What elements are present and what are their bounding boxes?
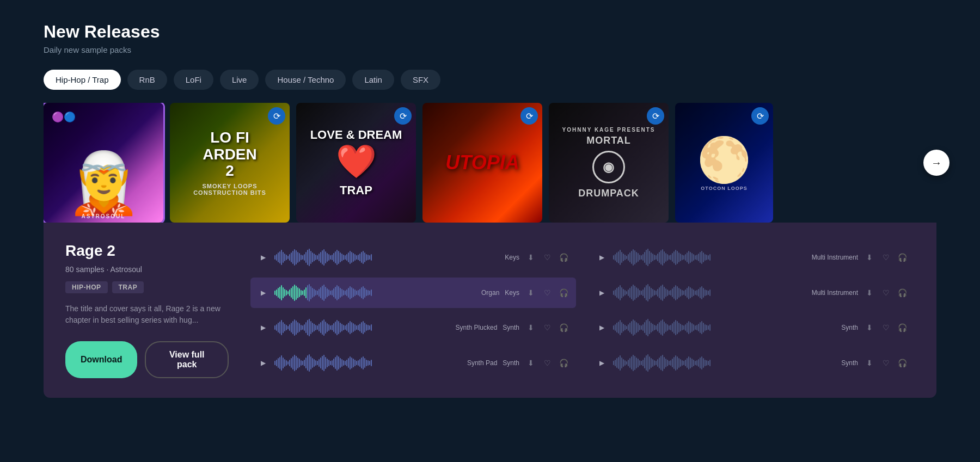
headphone-icon-synth1[interactable]: 🎧 [896,322,908,334]
filter-tab-sfx[interactable]: SFX [401,70,440,90]
headphone-icon-synth2[interactable]: 🎧 [896,357,908,369]
heart-icon-multi1[interactable]: ♡ [880,251,892,263]
album-icon-utopia: ⟳ [520,107,538,125]
headphone-icon-multi1[interactable]: 🎧 [896,251,908,263]
headphone-icon-keys[interactable]: 🎧 [558,251,569,263]
heart-icon-multi2[interactable]: ♡ [880,287,892,299]
track-actions-keys: ⬇ ♡ 🎧 [525,251,569,263]
play-button-organ[interactable]: ▶ [257,287,269,299]
waveform-synth1 [613,318,836,337]
download-button[interactable]: Download [65,341,137,378]
filter-tab-lofi[interactable]: LoFi [174,70,213,90]
play-button-synth1[interactable]: ▶ [596,322,608,334]
album-art-subtext: SMOKEY LOOPSCONSTRUCTION BITS [193,183,266,196]
tag-hip-hop: HIP-HOP [65,281,108,293]
album-brand-otocon: OTOCON LOOPS [697,186,751,191]
action-buttons: Download View full pack [65,341,229,378]
filter-tab-house-techno[interactable]: House / Techno [265,70,346,90]
download-icon-multi2[interactable]: ⬇ [863,287,875,299]
play-button-synth2[interactable]: ▶ [596,357,608,369]
waveform-synth-plucked [274,318,450,337]
download-icon-synth-plucked[interactable]: ⬇ [525,322,537,334]
album-card-mortal[interactable]: YOHNNY KAGE PRESENTS MORTAL ◉ DRUMPACK ⟳ [549,103,669,223]
download-icon-multi1[interactable]: ⬇ [863,251,875,263]
track-row-synth-pad[interactable]: ▶ Synth Pad Synth ⬇ ♡ 🎧 [250,348,576,379]
album-icon-moon: ⟳ [751,107,769,125]
track-label-keys: Keys [505,254,519,261]
heart-icon-synth1[interactable]: ♡ [880,322,892,334]
album-brand-label: ASTROSOUL [82,213,126,219]
pack-tags: HIP-HOP TRAP [65,281,229,293]
decorative-bubbles: 🟣🔵 [52,111,76,123]
headphone-icon-synth-plucked[interactable]: 🎧 [558,322,569,334]
play-button-keys[interactable]: ▶ [257,251,269,263]
track-row-synth-plucked[interactable]: ▶ Synth Plucked Synth ⬇ ♡ 🎧 [250,312,576,343]
album-icon-mortal: ⟳ [647,107,664,125]
track-actions-synth1: ⬇ ♡ 🎧 [863,322,908,334]
track-label-synth2: Synth [841,359,858,367]
heart-icon-synth2[interactable]: ♡ [880,357,892,369]
play-button-multi2[interactable]: ▶ [596,287,608,299]
waveform-multi2 [613,283,806,303]
track-label-organ: Organ Keys [481,289,519,297]
heart-icon-synth-pad[interactable]: ♡ [541,357,553,369]
filter-tab-live[interactable]: Live [220,70,259,90]
tag-trap: TRAP [112,281,144,293]
album-row-wrapper: 🟣🔵 🧝 ASTROSOUL LO FIARDEN2 SMOKEY LOOPSC… [44,103,936,223]
album-icon-lofi: ⟳ [268,107,285,125]
waveform-synth-pad [274,353,462,373]
waveform-multi1 [613,248,806,267]
album-art-text-utopia: UTOPIA [445,151,519,174]
track-label-synth-plucked: Synth Plucked Synth [456,324,519,331]
track-row-multi1[interactable]: ▶ Multi Instrument ⬇ ♡ 🎧 [589,242,915,273]
heart-icon-synth-plucked[interactable]: ♡ [541,322,553,334]
album-card-lofi-arden[interactable]: LO FIARDEN2 SMOKEY LOOPSCONSTRUCTION BIT… [170,103,290,223]
filter-tabs: Hip-Hop / Trap RnB LoFi Live House / Tec… [44,70,936,90]
album-card-utopia[interactable]: UTOPIA ⟳ [422,103,542,223]
play-button-synth-plucked[interactable]: ▶ [257,322,269,334]
download-icon-synth2[interactable]: ⬇ [863,357,875,369]
filter-tab-rnb[interactable]: RnB [127,70,167,90]
download-icon-synth-pad[interactable]: ⬇ [525,357,537,369]
waveform-organ [274,283,476,303]
download-icon-keys[interactable]: ⬇ [525,251,537,263]
heart-icon-keys[interactable]: ♡ [541,251,553,263]
track-row-multi2[interactable]: ▶ Multi Instrument ⬇ ♡ 🎧 [589,278,915,309]
headphone-icon-multi2[interactable]: 🎧 [896,287,908,299]
detail-panel: Rage 2 80 samples · Astrosoul HIP-HOP TR… [44,223,936,398]
album-art-text-lofi: LO FIARDEN2 [193,130,266,180]
waveform-keys [274,248,499,267]
pack-description: The title and cover says it all, Rage 2 … [65,303,229,326]
album-card-moonlight[interactable]: 🌕 OTOCON LOOPS ⟳ [675,103,773,223]
album-art-text-love: LOVE & DREAM ❤️ TRAP [310,128,402,198]
page-subtitle: Daily new sample packs [44,45,936,54]
track-label-synth1: Synth [841,324,858,331]
pack-title: Rage 2 [65,242,229,260]
headphone-icon-synth-pad[interactable]: 🎧 [558,357,569,369]
album-icon-love: ⟳ [394,107,412,125]
download-icon-synth1[interactable]: ⬇ [863,322,875,334]
heart-icon-organ[interactable]: ♡ [541,287,553,299]
track-row-keys[interactable]: ▶ Keys ⬇ ♡ 🎧 [250,242,576,273]
play-button-multi1[interactable]: ▶ [596,251,608,263]
filter-tab-hip-hop-trap[interactable]: Hip-Hop / Trap [44,70,121,90]
tracks-grid: ▶ Keys ⬇ ♡ 🎧 ▶ Multi Instrument ⬇ ♡ 🎧 [250,242,915,378]
track-row-synth2[interactable]: ▶ Synth ⬇ ♡ 🎧 [589,348,915,379]
track-row-organ[interactable]: ▶ Organ Keys ⬇ ♡ 🎧 [250,278,576,309]
download-icon-organ[interactable]: ⬇ [525,287,537,299]
track-actions-organ: ⬇ ♡ 🎧 [525,287,569,299]
track-actions-multi1: ⬇ ♡ 🎧 [863,251,908,263]
album-art-text-mortal: YOHNNY KAGE PRESENTS MORTAL ◉ DRUMPACK [562,127,656,199]
next-arrow-button[interactable]: → [923,150,950,176]
pack-meta: 80 samples · Astrosoul [65,265,229,274]
track-row-synth1[interactable]: ▶ Synth ⬇ ♡ 🎧 [589,312,915,343]
play-button-synth-pad[interactable]: ▶ [257,357,269,369]
view-full-pack-button[interactable]: View full pack [145,341,229,378]
track-actions-synth-pad: ⬇ ♡ 🎧 [525,357,569,369]
album-card-love-dream[interactable]: LOVE & DREAM ❤️ TRAP ⟳ [296,103,416,223]
filter-tab-latin[interactable]: Latin [352,70,394,90]
page-title: New Releases [44,22,936,42]
track-actions-synth2: ⬇ ♡ 🎧 [863,357,908,369]
album-card-rage2[interactable]: 🟣🔵 🧝 ASTROSOUL [44,103,163,223]
headphone-icon-organ[interactable]: 🎧 [558,287,569,299]
